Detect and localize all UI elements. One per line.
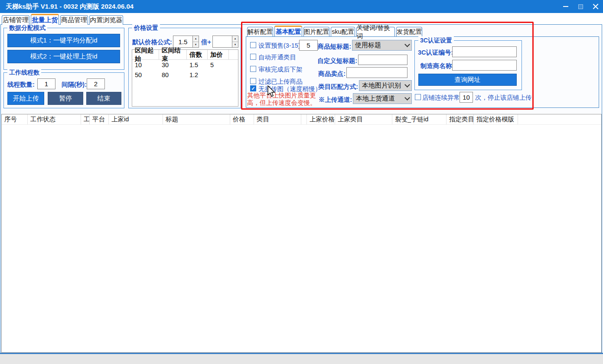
upload-list-header[interactable]: 序号 工作状态 工 平台 上家id 标题 价格 类目 上家价格 上家类目 裂变_… xyxy=(2,114,601,125)
short-title-select[interactable]: 使用标题 xyxy=(352,40,412,51)
mode1-button[interactable]: 模式1：一键平均分配id xyxy=(7,34,120,47)
col-header-assigned-category[interactable]: 指定类目 xyxy=(447,114,474,124)
range-start-cell: 50 xyxy=(132,70,159,80)
selling-point-input[interactable] xyxy=(346,67,407,78)
tab-batch-upload[interactable]: 批量上货 xyxy=(31,14,59,25)
offshelf-label: 审核完成后下架 xyxy=(258,65,303,74)
upload-channel-select[interactable]: 本地上货通道 xyxy=(353,93,412,104)
spin-up-glyph: ▲ xyxy=(195,37,197,40)
tab-label: 店铺管理 xyxy=(3,16,29,24)
markup-cell: 5 xyxy=(208,60,229,70)
selling-point-label: 商品卖点: xyxy=(315,70,346,78)
start-upload-button[interactable]: 开始上传 xyxy=(7,92,44,105)
auto-category-checkbox[interactable]: ✓ xyxy=(250,54,256,60)
manufacturer-input[interactable] xyxy=(452,60,517,71)
spin-up-icon[interactable]: ▲ xyxy=(232,36,238,42)
cert-no-input[interactable] xyxy=(452,46,517,57)
tab-label: 商品管理 xyxy=(61,16,87,24)
col-header-index[interactable]: 序号 xyxy=(2,114,28,124)
query-url-button[interactable]: 查询网址 xyxy=(418,74,517,86)
presale-checkbox[interactable]: ✓ xyxy=(250,42,256,48)
close-icon xyxy=(593,3,599,10)
short-title-label: 商品短标题: xyxy=(315,42,351,51)
col-header-work-status[interactable]: 工作状态 xyxy=(28,114,81,124)
maximize-button[interactable] xyxy=(573,0,588,13)
col-header-assigned-price-template[interactable]: 指定价格模版 xyxy=(474,114,518,124)
app-window: 天梯ks助手 V1.91 - 0032 内测版 2024.06.04 店铺管理 … xyxy=(0,0,603,364)
multiplier-label: 倍+ xyxy=(201,38,211,46)
close-button[interactable] xyxy=(588,0,603,13)
config-tab-delivery[interactable]: 发货配置 xyxy=(396,27,422,36)
thread-count-input[interactable] xyxy=(37,78,55,89)
price-table-row[interactable]: 10 30 1.5 5 xyxy=(132,60,238,70)
tab-label: 发货配置 xyxy=(397,28,422,36)
tab-label: 图片配置 xyxy=(304,28,329,36)
col-header-work[interactable]: 工 xyxy=(81,114,90,124)
price-table-row[interactable]: 50 80 1.2 xyxy=(132,70,238,80)
category-match-select[interactable]: 本地图片识别 xyxy=(359,80,412,91)
upload-channel-value: 本地上货通道 xyxy=(356,94,395,103)
filter-uploaded-checkbox[interactable]: ✓ xyxy=(250,78,256,84)
thread-count-label: 线程数量: xyxy=(7,81,35,89)
price-formula-spinner[interactable]: ▲ ▼ xyxy=(193,36,199,48)
tab-label: 批量上货 xyxy=(32,16,58,24)
price-col-header: 区间起始 xyxy=(132,50,159,59)
tab-shop-manage[interactable]: 店铺管理 xyxy=(2,15,29,25)
col-header-category[interactable]: 类目 xyxy=(254,114,301,124)
col-header-source-price[interactable]: 上家价格 xyxy=(307,114,335,124)
interval-input[interactable] xyxy=(87,78,105,89)
window-title: 天梯ks助手 V1.91 - 0032 内测版 2024.06.04 xyxy=(6,0,134,13)
config-tab-basic[interactable]: 基本配置 xyxy=(274,26,302,36)
lossless-upload-checkbox[interactable]: ✓ xyxy=(250,85,256,91)
shop-abnormal-count-input[interactable] xyxy=(460,92,473,103)
col-header-price[interactable]: 价格 xyxy=(230,114,254,124)
config-tab-parse[interactable]: 解析配置 xyxy=(247,27,273,36)
price-col-header: 区间结束 xyxy=(159,50,187,59)
tab-label: 关键词/替换词 xyxy=(357,24,394,40)
col-header-source-category[interactable]: 上家类目 xyxy=(335,114,392,124)
price-addon-spinner[interactable]: ▲ ▼ xyxy=(232,36,238,48)
minimize-button[interactable] xyxy=(558,0,573,13)
bottom-status-strip xyxy=(0,354,603,364)
price-range-table[interactable]: 区间起始 区间结束 倍数 加价 10 30 1.5 5 50 80 1.2 xyxy=(132,49,238,107)
shop-abnormal-suffix-label: 次，停止该店铺上传 xyxy=(475,94,532,102)
multiplier-cell: 1.5 xyxy=(187,60,208,70)
tab-builtin-browser[interactable]: 内置浏览器 xyxy=(89,15,123,25)
col-header-filler xyxy=(518,114,601,124)
multiplier-cell: 1.2 xyxy=(187,70,208,80)
stop-button[interactable]: 结束 xyxy=(86,92,121,105)
col-header-title[interactable]: 标题 xyxy=(163,114,230,124)
category-match-label: 类目匹配方式: xyxy=(315,83,358,91)
mode2-button[interactable]: 模式2：一键处理上货id xyxy=(7,50,120,63)
chevron-down-icon xyxy=(403,40,411,50)
maximize-icon xyxy=(578,4,583,9)
tab-label: 基本配置 xyxy=(276,28,301,36)
shop-abnormal-checkbox[interactable]: ✓ xyxy=(415,94,421,100)
config-tab-image[interactable]: 图片配置 xyxy=(303,27,329,36)
tab-product-manage[interactable]: 商品管理 xyxy=(60,15,88,25)
spin-down-glyph: ▼ xyxy=(195,43,197,46)
col-header-source-id[interactable]: 上家id xyxy=(109,114,163,124)
spin-up-glyph: ▲ xyxy=(234,37,237,40)
col-header-split-child-id[interactable]: 裂变_子链id xyxy=(392,114,447,124)
spin-down-icon[interactable]: ▼ xyxy=(193,42,199,48)
data-mode-group-title: 数据分配模式 xyxy=(7,24,47,32)
manufacturer-label: 制造商名称: xyxy=(420,62,454,70)
col-header-platform[interactable]: 平台 xyxy=(90,114,109,124)
spin-up-icon[interactable]: ▲ xyxy=(193,36,199,42)
price-addon-input[interactable] xyxy=(212,36,232,48)
chevron-down-icon xyxy=(403,81,411,91)
config-tab-sku[interactable]: sku配置 xyxy=(331,27,355,36)
config-tab-keywords[interactable]: 关键词/替换词 xyxy=(356,27,395,36)
upload-list-table[interactable]: 序号 工作状态 工 平台 上家id 标题 价格 类目 上家价格 上家类目 裂变_… xyxy=(1,114,602,353)
price-formula-input[interactable] xyxy=(173,36,193,48)
offshelf-checkbox[interactable]: ✓ xyxy=(250,66,256,72)
custom-short-title-input[interactable] xyxy=(358,55,407,65)
spin-down-icon[interactable]: ▼ xyxy=(232,42,238,48)
presale-label: 设置预售(3-15) xyxy=(258,42,300,50)
title-bar: 天梯ks助手 V1.91 - 0032 内测版 2024.06.04 xyxy=(0,0,603,13)
price-col-header-filler xyxy=(229,50,238,59)
pause-button[interactable]: 暂停 xyxy=(48,92,83,105)
price-col-header: 加价 xyxy=(208,50,229,59)
col-header-spacer[interactable] xyxy=(301,114,307,124)
